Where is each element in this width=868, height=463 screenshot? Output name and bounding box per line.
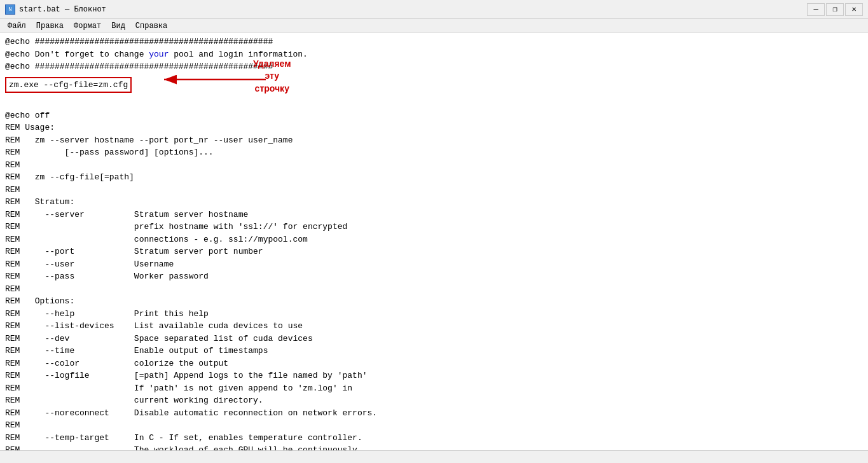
line-blank-1 bbox=[5, 97, 863, 109]
line-rem-cfg: REM zm --cfg-file[=path] bbox=[5, 171, 863, 184]
line-rem-pass: REM [--pass password] [options]... bbox=[5, 146, 863, 159]
line-rem-time: REM --time Enable output of timestamps bbox=[5, 345, 863, 357]
maximize-button[interactable]: ❐ bbox=[826, 3, 844, 16]
line-3: @echo ##################################… bbox=[5, 60, 863, 73]
line-rem-stratum: REM Stratum: bbox=[5, 196, 863, 209]
line-rem-color: REM --color colorize the output bbox=[5, 357, 863, 370]
annotation-text: Удаляем эту строчку bbox=[253, 58, 291, 95]
line-rem-temp2: REM The workload of each GPU will be con… bbox=[5, 444, 863, 450]
close-button[interactable]: ✕ bbox=[845, 3, 863, 16]
line-rem-norecon: REM --noreconnect Disable automatic reco… bbox=[5, 407, 863, 420]
line-rem-server: REM --server Stratum server hostname bbox=[5, 209, 863, 221]
line-1: @echo ##################################… bbox=[5, 36, 863, 48]
titlebar: N start.bat — Блокнот — ❐ ✕ bbox=[0, 0, 868, 19]
annotation-line2: строчку bbox=[253, 83, 291, 95]
line-rem-blank3: REM bbox=[5, 283, 863, 296]
menu-view[interactable]: Вид bbox=[106, 20, 130, 32]
line-rem-logfile3: REM current working directory. bbox=[5, 394, 863, 407]
line-rem-help: REM --help Print this help bbox=[5, 308, 863, 321]
line-rem-temp: REM --temp-target In C - If set, enables… bbox=[5, 432, 863, 445]
menu-file[interactable]: Файл bbox=[3, 20, 31, 32]
editor-wrapper: @echo ##################################… bbox=[0, 33, 868, 450]
editor[interactable]: @echo ##################################… bbox=[0, 33, 868, 450]
titlebar-title: start.bat — Блокнот bbox=[19, 5, 106, 14]
line-rem-logfile: REM --logfile [=path] Append logs to the… bbox=[5, 370, 863, 382]
line-rem-blank4: REM bbox=[5, 419, 863, 432]
line-rem-user: REM --user Username bbox=[5, 258, 863, 271]
minimize-button[interactable]: — bbox=[807, 3, 825, 16]
line-rem-logfile2: REM If 'path' is not given append to 'zm… bbox=[5, 382, 863, 395]
line-echo-off: @echo off bbox=[5, 109, 863, 122]
statusbar bbox=[0, 450, 868, 463]
titlebar-controls[interactable]: — ❐ ✕ bbox=[807, 3, 863, 16]
line-rem-usage: REM Usage: bbox=[5, 121, 863, 134]
menu-format[interactable]: Формат bbox=[69, 20, 106, 32]
highlighted-line: zm.exe --cfg-file=zm.cfg bbox=[5, 77, 132, 93]
line-rem-blank1: REM bbox=[5, 159, 863, 172]
app-icon: N bbox=[5, 4, 15, 15]
titlebar-left: N start.bat — Блокнот bbox=[5, 4, 106, 15]
line-rem-options: REM Options: bbox=[5, 295, 863, 308]
menu-help[interactable]: Справка bbox=[130, 20, 172, 32]
line-rem-blank2: REM bbox=[5, 184, 863, 197]
line-rem-list: REM --list-devices List available cuda d… bbox=[5, 320, 863, 333]
line-rem-prefix: REM prefix hostname with 'ssl://' for en… bbox=[5, 221, 863, 233]
line-rem-dev: REM --dev Space separated list of cuda d… bbox=[5, 333, 863, 345]
line-rem-pass2: REM --pass Worker password bbox=[5, 270, 863, 283]
line-2: @echo Don't forget to change your pool a… bbox=[5, 48, 863, 61]
menubar: Файл Правка Формат Вид Справка bbox=[0, 19, 868, 33]
menu-edit[interactable]: Правка bbox=[31, 20, 69, 32]
line-rem-zm-server: REM zm --server hostname --port port_nr … bbox=[5, 134, 863, 147]
line-rem-connections: REM connections - e.g. ssl://mypool.com bbox=[5, 233, 863, 246]
annotation-line1: Удаляем эту bbox=[253, 58, 291, 83]
line-rem-port: REM --port Stratum server port number bbox=[5, 245, 863, 258]
highlighted-line-container: zm.exe --cfg-file=zm.cfg Удаляем эту стр… bbox=[5, 77, 863, 93]
